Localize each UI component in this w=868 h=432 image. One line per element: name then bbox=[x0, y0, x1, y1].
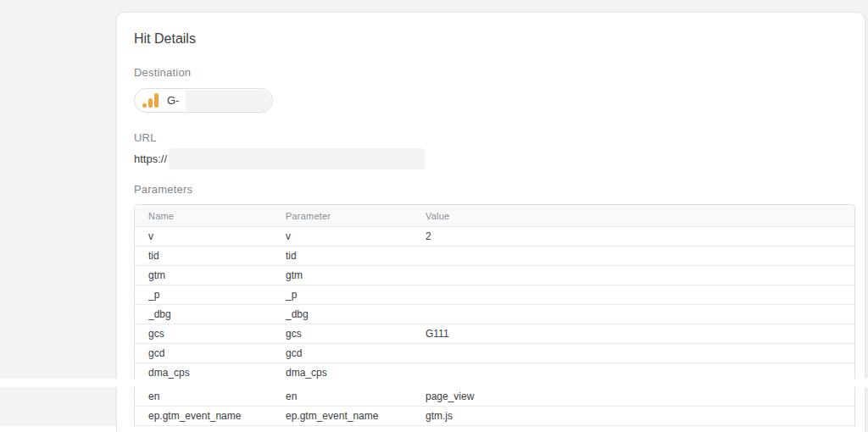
page-title: Hit Details bbox=[134, 30, 865, 47]
table-row: enenpage_view bbox=[135, 387, 854, 407]
param-value-cell: G111 bbox=[426, 328, 854, 340]
param-key-cell: tid bbox=[286, 250, 426, 262]
table-row: gcdgcd bbox=[135, 344, 854, 363]
redacted-row-band bbox=[0, 379, 868, 387]
param-key-cell: _dbg bbox=[286, 308, 426, 320]
column-header-value: Value bbox=[426, 211, 854, 221]
param-key-cell: en bbox=[286, 390, 426, 402]
param-name-cell: _p bbox=[148, 289, 286, 301]
parameters-table-body-continued: enenpage_viewep.gtm_event_nameep.gtm_eve… bbox=[135, 387, 854, 426]
parameters-label: Parameters bbox=[134, 183, 865, 197]
url-label: URL bbox=[134, 131, 865, 145]
table-row: _p_p bbox=[135, 285, 854, 305]
table-row: gtmgtm bbox=[135, 266, 854, 285]
table-row: ep.gtm_event_nameep.gtm_event_namegtm.js bbox=[135, 407, 854, 426]
param-name-cell: v bbox=[148, 230, 286, 242]
param-name-cell: gtm bbox=[148, 269, 286, 281]
param-name-cell: _dbg bbox=[148, 308, 286, 320]
param-name-cell: dma_cps bbox=[148, 367, 286, 379]
param-name-cell: tid bbox=[148, 250, 286, 262]
table-row: vv2 bbox=[135, 227, 854, 246]
param-value-cell: page_view bbox=[426, 390, 854, 402]
parameters-table-continued: enenpage_viewep.gtm_event_nameep.gtm_eve… bbox=[134, 387, 855, 426]
destination-tag-chip[interactable]: G- bbox=[134, 88, 273, 113]
param-name-cell: ep.gtm_event_name bbox=[148, 410, 286, 422]
gtm-preview-background: Hit Details Destination G- URL https:// … bbox=[0, 0, 868, 432]
hit-details-card: Hit Details Destination G- URL https:// … bbox=[116, 12, 865, 432]
param-name-cell: gcs bbox=[148, 328, 286, 340]
param-key-cell: _p bbox=[286, 289, 426, 301]
param-key-cell: dma_cps bbox=[286, 367, 426, 379]
param-name-cell: en bbox=[148, 390, 286, 402]
param-value-cell: gtm.js bbox=[426, 410, 854, 422]
table-row: gcsgcsG111 bbox=[135, 324, 854, 344]
parameters-table: Name Parameter Value vv2tidtidgtmgtm_p_p… bbox=[134, 204, 855, 383]
param-name-cell: gcd bbox=[148, 347, 286, 359]
column-header-name: Name bbox=[148, 211, 286, 221]
redacted-tag-id bbox=[186, 90, 271, 111]
param-key-cell: gtm bbox=[286, 269, 426, 281]
url-value-prefix: https:// bbox=[134, 152, 167, 165]
param-key-cell: gcd bbox=[286, 347, 426, 359]
table-row: tidtid bbox=[135, 246, 854, 266]
param-key-cell: gcs bbox=[286, 328, 426, 340]
parameters-table-header: Name Parameter Value bbox=[135, 205, 854, 227]
sidebar-gap-band bbox=[0, 426, 116, 432]
param-key-cell: v bbox=[286, 230, 426, 242]
redacted-url bbox=[169, 148, 425, 169]
table-row: _dbg_dbg bbox=[135, 305, 854, 324]
parameters-table-body: vv2tidtidgtmgtm_p_p_dbg_dbggcsgcsG111gcd… bbox=[135, 227, 854, 383]
destination-label: Destination bbox=[134, 66, 865, 80]
column-header-parameter: Parameter bbox=[286, 211, 426, 221]
url-value: https:// bbox=[134, 148, 865, 169]
param-key-cell: ep.gtm_event_name bbox=[286, 410, 426, 422]
destination-tag-id: G- bbox=[167, 94, 179, 107]
param-value-cell: 2 bbox=[426, 230, 854, 242]
google-analytics-icon bbox=[142, 93, 159, 108]
